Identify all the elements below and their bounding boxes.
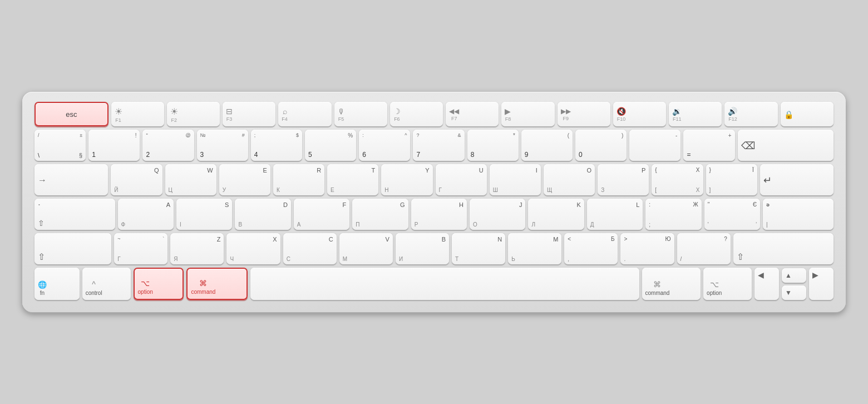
key-6[interactable]: : ^ 6 — [359, 130, 410, 161]
key-lock[interactable]: 🔒 — [781, 102, 834, 126]
key-e[interactable]: E У — [219, 164, 270, 195]
key-0[interactable]: ) 0 — [575, 130, 627, 161]
key-semicolon[interactable]: : Ж ; — [645, 199, 701, 230]
key-intl[interactable]: ~ ` Г — [114, 233, 167, 264]
key-7[interactable]: ? & 7 — [413, 130, 464, 161]
key-command-right[interactable]: ⌘ command — [642, 268, 701, 300]
key-3[interactable]: № # 3 — [197, 130, 248, 161]
key-m[interactable]: M Ь — [508, 233, 561, 264]
key-caps[interactable]: • ⇧ — [34, 199, 115, 230]
key-lbracket[interactable]: { X [ Х — [652, 164, 703, 195]
key-option-left[interactable]: ⌥ option — [134, 268, 184, 300]
key-spacebar[interactable] — [250, 268, 639, 300]
shift-row: ⇧ ~ ` Г Z Я X Ч C — [34, 233, 834, 264]
arrow-cluster: ◀ ▲ ▼ ▶ — [754, 268, 834, 300]
key-4[interactable]: ; $ 4 — [251, 130, 302, 161]
key-x[interactable]: X Ч — [226, 233, 280, 264]
key-backspace[interactable]: ⌫ — [738, 130, 834, 161]
key-y[interactable]: Y Н — [381, 164, 432, 195]
key-option-right[interactable]: ⌥ option — [703, 268, 752, 300]
key-w[interactable]: W Ц — [165, 164, 216, 195]
key-l[interactable]: L Д — [587, 199, 643, 230]
key-z[interactable]: Z Я — [170, 233, 224, 264]
key-f7[interactable]: ◀◀ F7 — [446, 102, 499, 126]
key-f1[interactable]: ☀ F1 — [111, 102, 164, 126]
up-down-cluster: ▲ ▼ — [782, 268, 806, 300]
key-arrow-down[interactable]: ▼ — [782, 285, 806, 300]
key-period[interactable]: > Ю . — [620, 233, 674, 264]
key-d[interactable]: D В — [235, 199, 290, 230]
option-right-label: option — [707, 290, 722, 296]
key-esc[interactable]: esc — [34, 102, 108, 126]
fn-row: esc ☀ F1 ☀ F2 ⊟ F3 ⌕ F4 — [34, 102, 834, 126]
key-f5[interactable]: 🎙 F5 — [334, 102, 387, 126]
key-g[interactable]: G П — [352, 199, 408, 230]
key-9[interactable]: ( 9 — [521, 130, 573, 161]
key-v[interactable]: V М — [339, 233, 393, 264]
key-arrow-right[interactable]: ▶ — [809, 268, 834, 300]
key-f6[interactable]: ☽ F6 — [390, 102, 443, 126]
key-p[interactable]: P З — [598, 164, 649, 195]
key-arrow-up[interactable]: ▲ — [782, 268, 806, 283]
key-f8[interactable]: ▶ F8 — [501, 102, 554, 126]
key-t[interactable]: T Е — [327, 164, 378, 195]
key-o[interactable]: O Щ — [544, 164, 595, 195]
key-u[interactable]: U Г — [436, 164, 487, 195]
key-r[interactable]: R К — [273, 164, 324, 195]
key-b[interactable]: B И — [396, 233, 449, 264]
key-return[interactable]: ↵ — [760, 164, 834, 195]
key-arrow-left[interactable]: ◀ — [754, 268, 779, 300]
key-backslash-extra[interactable]: ə | — [763, 199, 834, 230]
option-left-label: option — [138, 289, 153, 295]
key-k[interactable]: K Л — [528, 199, 584, 230]
key-slash[interactable]: ? / — [677, 233, 731, 264]
caps-row: • ⇧ A Ф S І D В F А — [34, 199, 834, 230]
tab-row: → Q Й W Ц E У R К — [34, 164, 834, 195]
command-left-label: command — [191, 289, 215, 295]
number-row: / ± \ § ! 1 " @ 2 — [34, 130, 834, 161]
key-command-left[interactable]: ⌘ command — [186, 268, 248, 300]
key-equals[interactable]: + = — [683, 130, 734, 161]
key-f4[interactable]: ⌕ F4 — [278, 102, 331, 126]
key-j[interactable]: J О — [470, 199, 525, 230]
key-f11[interactable]: 🔉 F11 — [669, 102, 722, 126]
key-rbracket[interactable]: } Ї ] — [706, 164, 757, 195]
key-h[interactable]: H Р — [411, 199, 467, 230]
key-f[interactable]: F А — [294, 199, 349, 230]
key-a[interactable]: A Ф — [118, 199, 174, 230]
key-quote[interactable]: " Є ' ' — [704, 199, 760, 230]
key-minus[interactable]: - — [629, 130, 680, 161]
key-8[interactable]: * 8 — [467, 130, 519, 161]
key-q[interactable]: Q Й — [111, 164, 162, 195]
key-s[interactable]: S І — [176, 199, 232, 230]
key-f2[interactable]: ☀ F2 — [167, 102, 220, 126]
key-5[interactable]: % 5 — [305, 130, 356, 161]
key-f3[interactable]: ⊟ F3 — [223, 102, 275, 126]
key-1[interactable]: ! 1 — [88, 130, 140, 161]
key-f9[interactable]: ▶▶ F9 — [558, 102, 610, 126]
key-i[interactable]: I Ш — [490, 164, 541, 195]
key-c[interactable]: C С — [283, 233, 337, 264]
key-f10[interactable]: 🔇 F10 — [613, 102, 666, 126]
key-shift-left[interactable]: ⇧ — [34, 233, 111, 264]
key-comma[interactable]: < Б , — [564, 233, 618, 264]
key-2[interactable]: " @ 2 — [142, 130, 194, 161]
key-fn[interactable]: 🌐 fn — [34, 268, 80, 300]
key-f12[interactable]: 🔊 F12 — [724, 102, 777, 126]
modifier-row: 🌐 fn ^ control ⌥ option ⌘ command — [34, 268, 834, 300]
key-n[interactable]: N Т — [452, 233, 505, 264]
keyboard: esc ☀ F1 ☀ F2 ⊟ F3 ⌕ F4 — [22, 92, 846, 312]
key-backtick[interactable]: / ± \ § — [34, 130, 86, 161]
key-tab[interactable]: → — [34, 164, 108, 195]
key-shift-right[interactable]: ⇧ — [733, 233, 834, 264]
key-control[interactable]: ^ control — [82, 268, 131, 300]
